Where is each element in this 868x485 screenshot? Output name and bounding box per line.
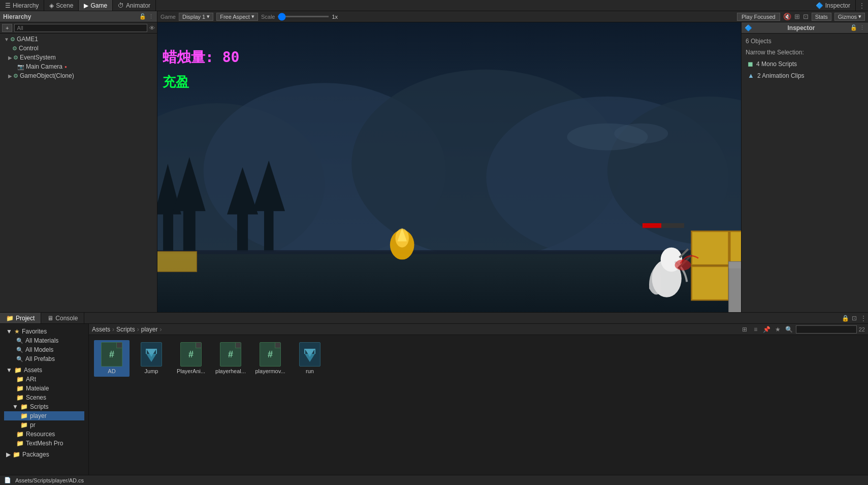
svg-rect-23 xyxy=(692,266,729,300)
gizmos-button[interactable]: Gizmos ▾ xyxy=(834,13,865,21)
tab-project[interactable]: 📁 Project xyxy=(0,313,41,323)
resources-item[interactable]: 📁 Resources xyxy=(4,430,84,439)
main-layout: Hierarchy 🔓 ⋮ + 👁 ▼ ⚙ GAME1 ⚙ Contro xyxy=(0,11,868,312)
tree-item-gameobject[interactable]: ▶ ⚙ GameObject(Clone) xyxy=(0,71,157,80)
bottom-layout: ▼ ★ Favorites 🔍 All Materials 🔍 All Mode… xyxy=(0,324,868,475)
textmesh-folder-icon: 📁 xyxy=(16,440,24,447)
scripts-item[interactable]: ▼ 📁 Scripts xyxy=(4,402,84,411)
pr-item[interactable]: 📁 pr xyxy=(4,420,84,430)
project-star-icon[interactable]: ★ xyxy=(774,325,783,334)
eventsystem-icon: ⚙ xyxy=(13,54,18,61)
gameobject-label: GameObject(Clone) xyxy=(20,72,74,79)
inspector-menu-icon[interactable]: ⋮ xyxy=(859,24,865,31)
bottom-maximize-icon[interactable]: ⊡ xyxy=(850,314,859,323)
textmesh-item[interactable]: 📁 TextMesh Pro xyxy=(4,439,84,448)
project-search-area: ⊞ ≡ 📌 ★ 🔍 22 xyxy=(740,325,865,334)
all-prefabs-item[interactable]: 🔍 All Prefabs xyxy=(4,354,84,363)
hierarchy-eye-icon[interactable]: 👁 xyxy=(149,25,155,31)
file-ad[interactable]: # AD xyxy=(94,340,130,377)
console-tab-label: Console xyxy=(55,315,78,322)
display-dropdown[interactable]: Display 1 ▾ xyxy=(179,13,213,21)
player-item[interactable]: 📁 player xyxy=(4,411,84,420)
tree-item-control[interactable]: ⚙ Control xyxy=(0,44,157,53)
mateiale-item[interactable]: 📁 Mateiale xyxy=(4,384,84,393)
tree-item-game1[interactable]: ▼ ⚙ GAME1 xyxy=(0,35,157,44)
inspector-dot-icon: 🔷 xyxy=(816,2,823,9)
play-focused-button[interactable]: Play Focused xyxy=(737,13,780,21)
all-prefabs-label: All Prefabs xyxy=(25,355,55,362)
project-list-icon[interactable]: ≡ xyxy=(751,325,760,334)
inspector-controls: 🔓 ⋮ xyxy=(850,24,865,31)
tree-item-maincamera[interactable]: 📷 Main Camera ● xyxy=(0,62,157,71)
hierarchy-controls: 🔓 ⋮ xyxy=(139,13,154,20)
tab-inspector[interactable]: 🔷 Inspector xyxy=(811,0,856,11)
favorites-star-icon: ★ xyxy=(14,328,20,335)
tab-menu-button[interactable]: ⋮ xyxy=(856,1,868,10)
hierarchy-menu-icon[interactable]: ⋮ xyxy=(148,13,154,20)
project-search-input[interactable] xyxy=(796,325,857,334)
hud-candle-text: 蜡烛量: 80 xyxy=(163,48,239,67)
favorites-header[interactable]: ▼ ★ Favorites xyxy=(4,327,84,336)
inspector-item-mono[interactable]: ◼ 4 Mono Scripts xyxy=(746,59,864,69)
bottom-lock-icon[interactable]: 🔒 xyxy=(841,314,850,323)
tab-scene[interactable]: ◈ Scene xyxy=(44,0,79,11)
art-item[interactable]: 📁 ARt xyxy=(4,375,84,384)
mute-icon[interactable]: 🔇 xyxy=(783,13,791,20)
run-label: run xyxy=(306,368,314,375)
cs-hash-playermov: # xyxy=(268,349,273,360)
playerani-file-icon: # xyxy=(179,342,203,367)
expand-arrow: ▶ xyxy=(8,55,12,60)
project-pin-icon[interactable]: 📌 xyxy=(762,325,771,334)
all-materials-item[interactable]: 🔍 All Materials xyxy=(4,336,84,345)
aspect-dropdown[interactable]: Free Aspect ▾ xyxy=(216,13,258,21)
jump-file-icon xyxy=(139,342,164,367)
breadcrumb-assets[interactable]: Assets xyxy=(92,326,110,333)
project-search-icon[interactable]: 🔍 xyxy=(785,325,794,334)
bottom-tabs: 📁 Project 🖥 Console 🔒 ⊡ ⋮ xyxy=(0,313,868,324)
scene-tab-label: Scene xyxy=(56,2,73,9)
display-chevron: ▾ xyxy=(207,13,210,20)
inspector-count: 6 Objects xyxy=(746,38,864,45)
hierarchy-tree: ▼ ⚙ GAME1 ⚙ Control ▶ ⚙ EventSystem 📷 xyxy=(0,34,157,312)
inspector-lock-icon[interactable]: 🔓 xyxy=(850,24,857,31)
file-playerani[interactable]: # PlayerAni... xyxy=(173,340,209,377)
assets-arrow: ▼ xyxy=(6,367,12,374)
aspect-label: Free Aspect xyxy=(220,14,250,20)
scene-tab-icon: ◈ xyxy=(49,2,54,9)
file-jump[interactable]: Jump xyxy=(134,340,169,377)
svg-rect-22 xyxy=(730,231,741,265)
bottom-menu-icon[interactable]: ⋮ xyxy=(859,314,868,323)
packages-header[interactable]: ▶ 📁 Packages xyxy=(4,450,84,459)
assets-header[interactable]: ▼ 📁 Assets xyxy=(4,366,84,375)
project-grid-icon[interactable]: ⊞ xyxy=(740,325,749,334)
stats-button[interactable]: Stats xyxy=(812,13,831,21)
search-icon: 🔍 xyxy=(16,347,23,353)
breadcrumb-scripts[interactable]: Scripts xyxy=(116,326,135,333)
cs-icon-playerani: # xyxy=(180,342,202,367)
svg-rect-31 xyxy=(642,223,661,228)
hierarchy-add-button[interactable]: + xyxy=(2,24,12,32)
tab-console[interactable]: 🖥 Console xyxy=(41,313,84,323)
inspector-panel: 🔷 Inspector 🔓 ⋮ 6 Objects Narrow the Sel… xyxy=(741,22,868,312)
file-playermov[interactable]: # playermov... xyxy=(252,340,288,377)
scale-slider[interactable] xyxy=(278,16,329,17)
tab-game[interactable]: ▶ Game xyxy=(79,0,113,11)
hierarchy-lock-icon[interactable]: 🔓 xyxy=(139,13,146,20)
project-tab-label: Project xyxy=(16,315,35,322)
vsync-icon[interactable]: ⊞ xyxy=(794,13,800,20)
tree-item-eventsystem[interactable]: ▶ ⚙ EventSystem xyxy=(0,53,157,62)
game-viewport: 蜡烛量: 80 充盈 xyxy=(157,22,741,312)
inspector-item-anim[interactable]: ▲ 2 Animation Clips xyxy=(746,71,864,80)
breadcrumb-player[interactable]: player xyxy=(141,326,158,333)
tab-animator[interactable]: ⏱ Animator xyxy=(113,0,156,11)
search-icon: 🔍 xyxy=(16,356,23,362)
hierarchy-search-input[interactable] xyxy=(14,24,147,32)
maximize-icon[interactable]: ⊡ xyxy=(803,13,809,20)
gizmos-chevron: ▾ xyxy=(858,13,861,20)
file-run[interactable]: run xyxy=(292,340,328,377)
file-playerheal[interactable]: # playerheal... xyxy=(213,340,248,377)
aspect-chevron: ▾ xyxy=(251,13,254,20)
all-models-item[interactable]: 🔍 All Models xyxy=(4,345,84,354)
tab-hierarchy[interactable]: ☰ Hierarchy xyxy=(0,0,44,11)
scenes-item[interactable]: 📁 Scenes xyxy=(4,393,84,402)
